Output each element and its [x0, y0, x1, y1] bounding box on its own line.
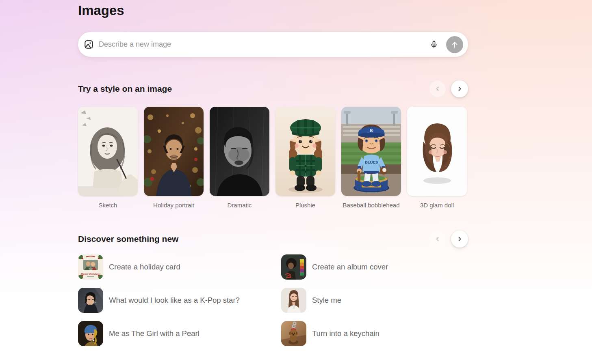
- styles-carousel-nav: [429, 80, 468, 97]
- style-card-label: Plushie: [275, 201, 335, 209]
- svg-text:Happy Holidays!: Happy Holidays!: [80, 272, 101, 276]
- discover-item-label: Style me: [312, 296, 341, 305]
- svg-text:B: B: [370, 128, 373, 133]
- microphone-icon: [429, 40, 438, 49]
- images-page: Images Try a style on an image: [78, 0, 468, 346]
- discover-next-button[interactable]: [451, 230, 468, 248]
- style-card-label: 3D glam doll: [407, 201, 467, 209]
- style-card-3d-glam-doll[interactable]: [407, 107, 467, 196]
- style-card-label: Holiday portrait: [144, 201, 204, 209]
- discover-item-label: Create a holiday card: [109, 263, 180, 271]
- microphone-button[interactable]: [426, 37, 442, 53]
- chevron-left-icon: [434, 86, 441, 92]
- style-card-dramatic[interactable]: [210, 107, 269, 196]
- album-cover-thumbnail: [281, 254, 306, 280]
- discover-item-label: Me as The Girl with a Pearl: [109, 329, 200, 338]
- image-prompt-bar: [78, 32, 468, 57]
- style-card-baseball-bobblehead[interactable]: BLUES BLUES: [341, 107, 401, 196]
- keychain-thumbnail: [281, 321, 306, 346]
- dramatic-style-image: [210, 107, 269, 196]
- styles-prev-button[interactable]: [429, 81, 446, 97]
- discover-prev-button[interactable]: [429, 231, 446, 247]
- baseball-bobblehead-style-image: BLUES BLUES: [341, 107, 401, 196]
- discover-grid: Happy Holidays! Create a holiday card: [78, 254, 468, 346]
- chevron-right-icon: [456, 86, 463, 92]
- page-title: Images: [78, 2, 468, 19]
- add-image-button[interactable]: [84, 39, 94, 50]
- sketch-style-image: [78, 107, 138, 196]
- discover-item-kpop-star[interactable]: What would I look like as a K-Pop star?: [78, 288, 281, 313]
- style-card-plushie[interactable]: [275, 107, 335, 196]
- styles-section-title: Try a style on an image: [78, 84, 172, 94]
- holiday-card-thumbnail: Happy Holidays!: [78, 254, 103, 280]
- discover-item-holiday-card[interactable]: Happy Holidays! Create a holiday card: [78, 254, 281, 280]
- style-me-thumbnail: [281, 288, 306, 313]
- svg-text:BLUES: BLUES: [365, 160, 378, 164]
- chevron-right-icon: [456, 236, 463, 242]
- glam-doll-style-image: [407, 107, 467, 196]
- style-card-label: Sketch: [78, 201, 138, 209]
- style-card-sketch[interactable]: [78, 107, 138, 196]
- discover-item-label: Create an album cover: [312, 263, 388, 271]
- style-card-holiday-portrait[interactable]: [144, 107, 204, 196]
- style-card-label: Baseball bobblehead: [341, 201, 401, 209]
- style-cards-row: Sketch: [78, 107, 468, 209]
- photo-icon: [84, 39, 94, 50]
- kpop-star-thumbnail: [78, 288, 103, 313]
- image-prompt-input[interactable]: [99, 40, 426, 49]
- discover-item-label: Turn into a keychain: [312, 329, 379, 338]
- style-card-label: Dramatic: [210, 201, 269, 209]
- discover-item-girl-with-pearl[interactable]: Me as The Girl with a Pearl: [78, 321, 281, 346]
- discover-item-label: What would I look like as a K-Pop star?: [109, 296, 240, 305]
- discover-section-title: Discover something new: [78, 234, 178, 244]
- plushie-style-image: [275, 107, 335, 196]
- discover-carousel-nav: [429, 230, 468, 248]
- holiday-portrait-style-image: [144, 107, 204, 196]
- submit-button[interactable]: [446, 36, 463, 53]
- discover-item-style-me[interactable]: Style me: [281, 288, 468, 313]
- girl-with-pearl-thumbnail: [78, 321, 103, 346]
- styles-next-button[interactable]: [451, 80, 468, 97]
- arrow-up-icon: [451, 41, 459, 49]
- chevron-left-icon: [434, 236, 441, 242]
- discover-item-album-cover[interactable]: Create an album cover: [281, 254, 468, 280]
- discover-item-keychain[interactable]: Turn into a keychain: [281, 321, 468, 346]
